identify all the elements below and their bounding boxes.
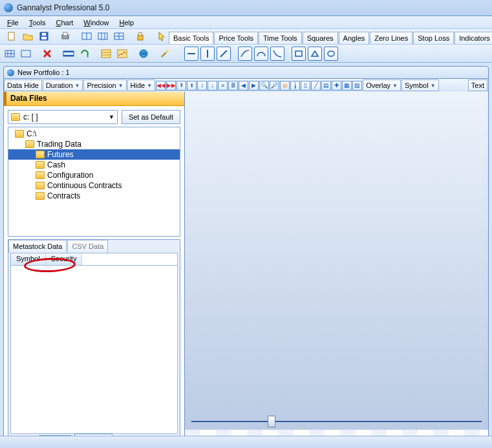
tree-item[interactable]: Trading Data: [8, 139, 180, 149]
open-icon[interactable]: [21, 29, 35, 43]
wand-icon[interactable]: [158, 47, 172, 61]
tree-item[interactable]: C:\: [8, 129, 180, 139]
chart-icon[interactable]: [115, 47, 129, 61]
globe-icon[interactable]: [136, 47, 151, 61]
tab-squares[interactable]: Squares: [303, 32, 338, 44]
lock-icon[interactable]: [133, 29, 147, 43]
line-icon[interactable]: ╱: [311, 81, 321, 91]
refresh-icon[interactable]: [78, 47, 92, 61]
slider-thumb[interactable]: [268, 416, 275, 427]
st-icon-1[interactable]: ⇞: [176, 81, 186, 91]
save-icon[interactable]: [37, 29, 51, 43]
tab-metastock[interactable]: Metastock Data: [8, 240, 67, 253]
menu-file[interactable]: File: [2, 17, 24, 28]
menu-chart[interactable]: Chart: [50, 17, 78, 28]
st-icon-8[interactable]: ▶: [249, 81, 259, 91]
drive-selector[interactable]: c: [ ] ▼: [8, 110, 118, 124]
table-icon[interactable]: [99, 47, 113, 61]
tab-time-tools[interactable]: Time Tools: [259, 32, 302, 44]
st-icon-3[interactable]: ↕: [197, 81, 207, 91]
svg-rect-2: [41, 37, 47, 39]
st-icon-6[interactable]: ≣: [228, 81, 238, 91]
tab-basic-tools[interactable]: Basic Tools: [169, 32, 213, 44]
tree-item[interactable]: Futures: [8, 149, 180, 160]
st-icon-2[interactable]: ⇟: [187, 81, 197, 91]
st-icon-5[interactable]: ≡: [218, 81, 228, 91]
hline-tool-icon[interactable]: [184, 47, 198, 61]
grid-icon[interactable]: [3, 47, 17, 61]
tab-csv[interactable]: CSV Data: [67, 240, 108, 253]
print-icon[interactable]: [58, 29, 72, 43]
duration-button[interactable]: Duration▼: [43, 80, 83, 91]
symbol-button[interactable]: Symbol▼: [401, 80, 439, 91]
pointer-icon[interactable]: [155, 29, 169, 43]
vline-tool-icon[interactable]: [200, 47, 215, 61]
overlay-button[interactable]: Overlay▼: [363, 80, 401, 91]
menu-tools[interactable]: Tools: [24, 17, 51, 28]
tab-zero-lines[interactable]: Zero Lines: [370, 32, 412, 44]
nav-right-icon[interactable]: ▶▶: [166, 81, 176, 91]
arc-tool-icon[interactable]: [254, 47, 268, 61]
portfolio-title: New Portfolio : 1: [17, 69, 70, 76]
tool-b-icon[interactable]: ▧: [352, 81, 362, 91]
svg-rect-8: [98, 33, 107, 39]
st-icon-4[interactable]: ↓: [208, 81, 217, 91]
chart-canvas[interactable]: [185, 92, 488, 448]
menubar: File Tools Chart Window Help: [0, 16, 492, 29]
folder-icon: [36, 192, 45, 200]
col-security[interactable]: Security: [46, 253, 83, 265]
nav-left-icon[interactable]: ◀◀: [156, 81, 166, 91]
zoom-out-icon[interactable]: 🔎: [270, 81, 279, 91]
ellipse-tool-icon[interactable]: [324, 47, 338, 61]
tree-item[interactable]: Continuous Contracts: [8, 180, 180, 191]
tab-indicators[interactable]: Indicators: [455, 32, 492, 44]
menu-window[interactable]: Window: [78, 17, 114, 28]
bars-icon[interactable]: ╽: [290, 81, 300, 91]
data-hide-button[interactable]: Data Hide: [4, 80, 42, 91]
svg-rect-22: [63, 55, 74, 56]
st-icon-7[interactable]: ◀: [239, 81, 248, 91]
menu-help[interactable]: Help: [114, 17, 140, 28]
new-icon[interactable]: [5, 29, 19, 43]
target-icon[interactable]: ◎: [280, 81, 290, 91]
window-icon[interactable]: [19, 47, 33, 61]
grid-icon[interactable]: ▤: [321, 81, 331, 91]
layout2-icon[interactable]: [96, 29, 110, 43]
tree-item[interactable]: Cash: [8, 160, 180, 170]
set-default-button[interactable]: Set as Default: [122, 110, 180, 124]
col-symbol[interactable]: Symbol: [11, 253, 46, 265]
text-button[interactable]: Text: [468, 80, 487, 91]
precision-button[interactable]: Precision▼: [83, 80, 126, 91]
folder-tree[interactable]: C:\Trading DataFuturesCashConfigurationC…: [8, 127, 180, 237]
secondary-toolbar: [0, 45, 492, 63]
svg-rect-32: [295, 51, 302, 56]
tab-angles[interactable]: Angles: [339, 32, 370, 44]
svg-point-33: [328, 51, 334, 56]
time-slider[interactable]: [191, 419, 482, 424]
tree-item[interactable]: Contracts: [8, 191, 180, 201]
diag-tool-icon[interactable]: [217, 47, 231, 61]
curve1-tool-icon[interactable]: [238, 47, 252, 61]
tab-stop-loss[interactable]: Stop Loss: [413, 32, 454, 44]
tree-item[interactable]: Configuration: [8, 170, 180, 180]
tree-item-label: C:\: [27, 129, 36, 138]
delete-icon[interactable]: [40, 47, 54, 61]
candle-icon[interactable]: ▯: [301, 81, 310, 91]
plus-icon[interactable]: ✚: [332, 81, 341, 91]
tool-a-icon[interactable]: ▦: [342, 81, 352, 91]
tree-item-label: Cash: [47, 160, 65, 169]
triangle-tool-icon[interactable]: [308, 47, 322, 61]
panel-title: Data Files: [4, 92, 184, 106]
window-title: Gannalyst Professional 5.0: [17, 3, 109, 12]
tab-price-tools[interactable]: Price Tools: [214, 32, 258, 44]
svg-rect-23: [102, 50, 111, 58]
layout1-icon[interactable]: [80, 29, 94, 43]
folder-icon: [36, 161, 45, 169]
film-icon[interactable]: [61, 47, 76, 61]
tree-item-label: Futures: [47, 150, 74, 159]
zoom-in-icon[interactable]: 🔍: [259, 81, 269, 91]
layout3-icon[interactable]: [112, 29, 126, 43]
rect-tool-icon[interactable]: [292, 47, 306, 61]
curve2-tool-icon[interactable]: [270, 47, 284, 61]
hide-button[interactable]: Hide▼: [127, 80, 156, 91]
